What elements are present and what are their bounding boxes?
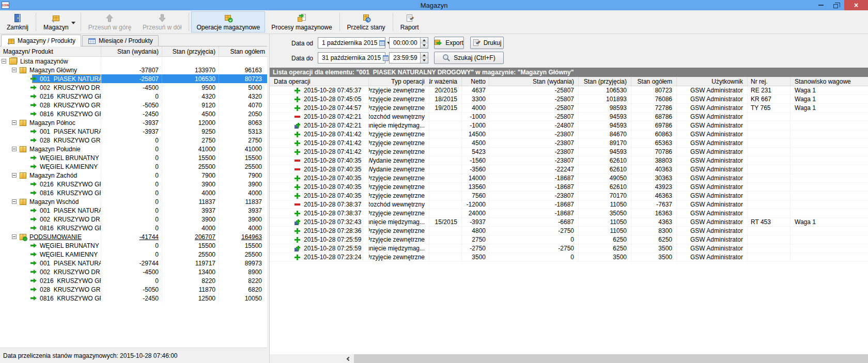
table-row[interactable]: 2015-10-28 07:41:42Przyjęcie zewnętrzne4… (270, 139, 868, 148)
column-header-stan-przyjecia[interactable]: Stan (przyjęcia) (162, 46, 219, 56)
tree-expand-toggle[interactable] (12, 68, 17, 72)
table-row[interactable]: 2015-10-28 07:28:36Przyjęcie zewnętrzne4… (270, 227, 868, 235)
toolbar-button-procesy-magazynowe[interactable]: Procesy magazynowe (266, 11, 337, 33)
tree-expand-toggle[interactable] (12, 199, 17, 204)
column-header-nr-rej[interactable]: Nr rej. (748, 77, 791, 86)
tree-row[interactable]: 001 PIASEK NATURA...-393792505313 (0, 127, 267, 136)
print-button[interactable]: Drukuj (470, 37, 504, 49)
column-header-magazyn-produkt[interactable]: Magazyn/ Produkt (0, 46, 101, 56)
tree-expand-toggle[interactable] (12, 147, 17, 151)
tab-magazyny-produkty[interactable]: Magazyny / Produkty (1, 35, 81, 46)
tree-row[interactable]: Magazyn Główny-3780713397096163 (0, 66, 267, 74)
tree-row[interactable]: Magazyn Zachód079007900 (0, 171, 267, 180)
tree-row[interactable]: 0216 KRUSZYWO GR...043204320 (0, 92, 267, 101)
column-header-netto[interactable]: Netto (462, 77, 489, 86)
minimize-button[interactable] (813, 0, 829, 10)
spin-up-button[interactable] (421, 53, 428, 58)
tree-row[interactable]: 0216 KRUSZYWO GR...039003900 (0, 180, 267, 188)
table-row[interactable]: 2015-10-28 07:44:57Przyjęcie zewnętrzne1… (270, 104, 868, 113)
tree-row[interactable]: 028 KRUSZYWO GR...027502750 (0, 136, 267, 145)
table-row[interactable]: 2015-10-28 07:40:35Wydanie zewnętrzne-15… (270, 156, 868, 165)
tree-row[interactable]: Magazyn Północ-3937120008063 (0, 118, 267, 127)
table-row[interactable]: 2015-10-28 07:42:21Rozchód wewnętrzny-10… (270, 113, 868, 121)
tree-row[interactable]: 0216 KRUSZYWO GR...082208220 (0, 276, 267, 285)
column-header-stan-ogolem[interactable]: Stan ogółem (631, 77, 677, 86)
column-header-stanowisko-wagowe[interactable]: Stanowisko wagowe (791, 77, 868, 86)
tree-row[interactable]: 001 PIASEK NATURA...039373937 (0, 206, 267, 215)
tree-row[interactable]: 0816 KRUSZYWO GR...040004000 (0, 188, 267, 197)
tab-miesiace-produkty[interactable]: Miesiące / Produkty (82, 35, 159, 46)
table-row[interactable]: 2015-10-28 07:40:35Przyjęcie zewnętrzne1… (270, 174, 868, 183)
table-row[interactable]: 2015-10-28 07:41:42Przyjęcie zewnętrzne5… (270, 148, 868, 156)
tree-row[interactable]: 028 KRUSZYWO GR...-505091204070 (0, 101, 267, 109)
tree-row[interactable]: 0816 KRUSZYWO GR...040004000 (0, 224, 267, 232)
spin-down-button[interactable] (421, 43, 428, 49)
column-header-stan-wydania[interactable]: Stan (wydania) (489, 77, 579, 86)
toolbar-button-raport[interactable]: Raport (395, 11, 424, 33)
tree-expand-toggle[interactable] (12, 173, 17, 178)
tree-row[interactable]: 002 KRUSZYWO DR...039003900 (0, 215, 267, 224)
date-to-picker[interactable]: 31 października 2015 (318, 52, 385, 64)
tree-expand-toggle[interactable] (2, 59, 6, 64)
spin-up-button[interactable] (421, 38, 428, 43)
tree-row[interactable]: Lista magazynów (0, 57, 267, 66)
time-to-spinner[interactable]: 23:59:59 (389, 52, 428, 64)
toolbar-button-przelicz-stany[interactable]: Przelicz stany (342, 11, 391, 33)
table-row[interactable]: 2015-10-28 07:45:05Przyjęcie zewnętrzne1… (270, 95, 868, 104)
toolbar-button-zamknij[interactable]: Zamknij (2, 11, 34, 33)
export-button[interactable]: Export (434, 37, 464, 49)
table-row[interactable]: 2015-10-28 07:38:37Rozchód wewnętrzny-12… (270, 200, 868, 209)
horizontal-scrollbar[interactable] (270, 354, 868, 363)
tree-row[interactable]: WĘGIEL KAMIENNY02550025500 (0, 162, 267, 171)
tree-row[interactable]: Magazyn Południe04100041000 (0, 145, 267, 153)
table-row[interactable]: 2015-10-28 07:23:24Przyjęcie zewnętrzne3… (270, 253, 868, 262)
table-row[interactable]: 2015-10-28 07:25:59Przesunięcie międzyma… (270, 244, 868, 253)
tree-row[interactable]: 002 KRUSZYWO DR...-450095005000 (0, 83, 267, 92)
tree-row[interactable]: 0816 KRUSZYWO GR...-24501250010050 (0, 294, 267, 303)
tree-row[interactable]: 002 KRUSZYWO DR...-4500134008900 (0, 267, 267, 276)
table-row[interactable]: 2015-10-28 07:32:43Przesunięcie międzyma… (270, 218, 868, 227)
date-from-picker[interactable]: 1 października 2015 (318, 37, 385, 49)
column-header-nr-wazenia[interactable]: Nr ważenia (429, 77, 462, 86)
tree-row[interactable]: WĘGIEL KAMIENNY02550025500 (0, 250, 267, 259)
table-cell: 38803 (631, 156, 677, 165)
table-cell: -2750 (462, 244, 489, 252)
table-row[interactable]: 2015-10-28 07:40:35Przyjęcie zewnętrzne7… (270, 192, 868, 200)
tree-row[interactable]: PODSUMOWANIE-41744206707164963 (0, 232, 267, 241)
tree-row[interactable]: WĘGIEL BRUNATNY01550015500 (0, 241, 267, 250)
column-header-stan-ogolem[interactable]: Stan ogółem (219, 46, 267, 56)
table-cell: -25807 (489, 86, 579, 94)
time-from-spinner[interactable]: 00:00:00 (389, 37, 428, 49)
table-row[interactable]: 2015-10-28 07:45:37Przyjęcie zewnętrzne2… (270, 86, 868, 95)
table-cell: GSW Administrator (677, 253, 748, 261)
table-row[interactable]: 2015-10-28 07:25:59Przyjęcie zewnętrzne2… (270, 235, 868, 244)
column-header-stan-wydania[interactable]: Stan (wydania) (101, 46, 162, 56)
toolbar-button-przesun-w-dol[interactable]: Przesuń w dół (137, 11, 187, 33)
spin-down-button[interactable] (421, 58, 428, 64)
column-header-stan-przyjecia[interactable]: Stan (przyjęcia) (579, 77, 631, 86)
tree-row[interactable]: 028 KRUSZYWO GR...-5050118706820 (0, 285, 267, 294)
toolbar-button-operacje-magazynowe[interactable]: Operacje magazynowe (191, 11, 265, 33)
scrollbar-thumb[interactable] (354, 354, 868, 363)
close-button[interactable]: × (844, 0, 868, 10)
tree-row[interactable]: 001 PIASEK NATURA...-2974411971789973 (0, 259, 267, 267)
tree-row[interactable]: 0816 KRUSZYWO GR...-245045002050 (0, 109, 267, 118)
column-header-data-operacji[interactable]: Data operacji (270, 77, 369, 86)
column-header-uzytkownik[interactable]: Użytkownik (677, 77, 748, 86)
tree-row[interactable]: Magazyn Wschód01183711837 (0, 197, 267, 206)
scroll-left-button[interactable] (343, 354, 353, 363)
table-row[interactable]: 2015-10-28 07:42:21Przesunięcie międzyma… (270, 121, 868, 130)
table-row[interactable]: 2015-10-28 07:40:35Wydanie zewnętrzne-35… (270, 165, 868, 174)
table-row[interactable]: 2015-10-28 07:40:35Przyjęcie zewnętrzne1… (270, 183, 868, 192)
column-header-typ-operacji[interactable]: Typ operacji (369, 77, 429, 86)
tree-expand-toggle[interactable] (12, 120, 17, 125)
toolbar-button-przesun-w-gore[interactable]: Przesuń w górę (83, 11, 136, 33)
toolbar-button-magazyn[interactable]: Magazyn (38, 11, 79, 33)
tree-row[interactable]: WĘGIEL BRUNATNY01550015500 (0, 153, 267, 162)
tree-row[interactable]: 001 PIASEK NATURA...-2580710653080723 (0, 74, 267, 83)
table-row[interactable]: 2015-10-28 07:41:42Przyjęcie zewnętrzne1… (270, 130, 868, 139)
search-button[interactable]: Szukaj (Ctrl+F) (434, 52, 504, 64)
tree-expand-toggle[interactable] (12, 234, 17, 239)
restore-button[interactable] (829, 0, 844, 10)
table-row[interactable]: 2015-10-28 07:38:37Przyjęcie zewnętrzne2… (270, 209, 868, 218)
